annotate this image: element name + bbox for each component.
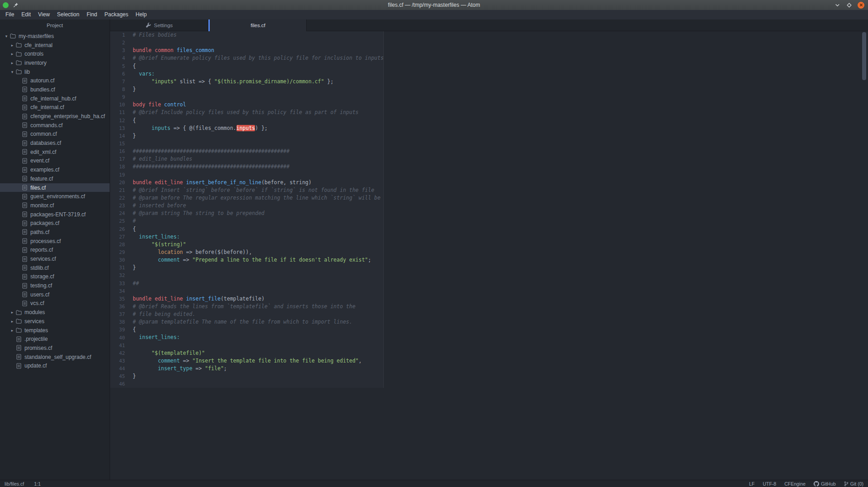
- line-number[interactable]: 8: [110, 86, 129, 92]
- menu-item-packages[interactable]: Packages: [101, 10, 132, 19]
- maximize-button[interactable]: [846, 2, 853, 9]
- code-line[interactable]: 10body file control: [110, 101, 383, 109]
- line-number[interactable]: 45: [110, 373, 129, 379]
- tree-item-users.cf[interactable]: users.cf: [0, 290, 110, 299]
- menu-item-help[interactable]: Help: [132, 10, 150, 19]
- tree-item-.projectile[interactable]: .projectile: [0, 334, 110, 344]
- code-line[interactable]: 1# Files bodies: [110, 31, 383, 39]
- tree-item-lib[interactable]: ▾lib: [0, 67, 110, 76]
- line-number[interactable]: 42: [110, 350, 129, 356]
- code-line[interactable]: 20bundle edit_line insert_before_if_no_l…: [110, 179, 383, 186]
- code-line[interactable]: 3bundle common files_common: [110, 47, 383, 54]
- line-number[interactable]: 16: [110, 148, 129, 154]
- code-line[interactable]: 30 comment => "Prepend a line to the fil…: [110, 256, 383, 264]
- tree-item-packages.cf[interactable]: packages.cf: [0, 219, 110, 228]
- editor[interactable]: 1# Files bodies23bundle common files_com…: [110, 31, 868, 480]
- line-number[interactable]: 10: [110, 102, 129, 108]
- line-number[interactable]: 30: [110, 257, 129, 263]
- line-number[interactable]: 9: [110, 94, 129, 100]
- code-line[interactable]: 15: [110, 140, 383, 148]
- line-number[interactable]: 39: [110, 327, 129, 333]
- code-line[interactable]: 34: [110, 287, 383, 295]
- chevron-right-icon[interactable]: ▸: [10, 43, 15, 48]
- code-line[interactable]: 40 insert_lines:: [110, 334, 383, 341]
- tree-item-modules[interactable]: ▸modules: [0, 308, 110, 317]
- chevron-right-icon[interactable]: ▸: [10, 310, 15, 315]
- line-number[interactable]: 29: [110, 249, 129, 255]
- line-number[interactable]: 12: [110, 118, 129, 124]
- menu-item-edit[interactable]: Edit: [18, 10, 34, 19]
- code-line[interactable]: 2: [110, 39, 383, 47]
- tree-item-bundles.cf[interactable]: bundles.cf: [0, 85, 110, 94]
- code-line[interactable]: 39{: [110, 326, 383, 334]
- line-number[interactable]: 27: [110, 234, 129, 240]
- code-line[interactable]: 5{: [110, 62, 383, 70]
- code-line[interactable]: 44 insert_type => "file";: [110, 365, 383, 372]
- line-number[interactable]: 11: [110, 110, 129, 115]
- tree-item-monitor.cf[interactable]: monitor.cf: [0, 201, 110, 210]
- code-line[interactable]: 32: [110, 272, 383, 279]
- line-number[interactable]: 3: [110, 48, 129, 53]
- tree-item-processes.cf[interactable]: processes.cf: [0, 237, 110, 246]
- chevron-right-icon[interactable]: ▸: [10, 319, 15, 324]
- code-line[interactable]: 11# @brief Include policy files used by …: [110, 109, 383, 116]
- tree-item-feature.cf[interactable]: feature.cf: [0, 174, 110, 183]
- code-line[interactable]: 29 location => before($(before)),: [110, 248, 383, 256]
- tree-item-edit_xml.cf[interactable]: edit_xml.cf: [0, 148, 110, 157]
- cursor-position[interactable]: 1:1: [34, 481, 41, 487]
- tree-item-standalone_self_upgrade.cf[interactable]: standalone_self_upgrade.cf: [0, 353, 110, 362]
- line-number[interactable]: 5: [110, 63, 129, 69]
- code-line[interactable]: 28 "$(string)": [110, 241, 383, 248]
- minimize-button[interactable]: [834, 2, 841, 9]
- line-number[interactable]: 26: [110, 226, 129, 232]
- git-indicator[interactable]: Git (0): [844, 481, 863, 487]
- line-number[interactable]: 44: [110, 366, 129, 372]
- code-line[interactable]: 17# edit_line bundles: [110, 155, 383, 163]
- line-number[interactable]: 23: [110, 203, 129, 209]
- code-line[interactable]: 38# @param templatefile The name of the …: [110, 318, 383, 326]
- code-line[interactable]: 35bundle edit_line insert_file(templatef…: [110, 295, 383, 303]
- line-number[interactable]: 41: [110, 343, 129, 349]
- code-line[interactable]: 26{: [110, 225, 383, 233]
- tree-item-services[interactable]: ▸services: [0, 317, 110, 326]
- line-number[interactable]: 13: [110, 125, 129, 131]
- code-line[interactable]: 25#: [110, 217, 383, 225]
- tree-item-guest_environments.cf[interactable]: guest_environments.cf: [0, 192, 110, 201]
- code-line[interactable]: 16######################################…: [110, 148, 383, 155]
- chevron-right-icon[interactable]: ▸: [10, 61, 15, 65]
- tree-item-cfe_internal[interactable]: ▸cfe_internal: [0, 41, 110, 50]
- tab-files-cf[interactable]: files.cf: [208, 19, 307, 31]
- code-line[interactable]: 14}: [110, 132, 383, 140]
- line-number[interactable]: 14: [110, 133, 129, 139]
- tree-item-templates[interactable]: ▸templates: [0, 326, 110, 335]
- line-number[interactable]: 31: [110, 265, 129, 271]
- menu-item-find[interactable]: Find: [83, 10, 101, 19]
- code-line[interactable]: 7 "inputs" slist => { "$(this.promise_di…: [110, 78, 383, 86]
- chevron-right-icon[interactable]: ▸: [10, 52, 15, 56]
- line-number[interactable]: 19: [110, 172, 129, 178]
- chevron-down-icon[interactable]: ▾: [10, 70, 15, 74]
- tree-item-my-masterfiles[interactable]: ▾my-masterfiles: [0, 32, 110, 41]
- close-button[interactable]: [858, 2, 864, 9]
- menu-item-view[interactable]: View: [34, 10, 53, 19]
- code-line[interactable]: 19: [110, 171, 383, 179]
- tree-item-vcs.cf[interactable]: vcs.cf: [0, 299, 110, 308]
- code-line[interactable]: 23# inserted before: [110, 202, 383, 210]
- line-number[interactable]: 20: [110, 180, 129, 186]
- tree-item-packages-ENT-3719.cf[interactable]: packages-ENT-3719.cf: [0, 210, 110, 219]
- line-number[interactable]: 7: [110, 79, 129, 85]
- code-line[interactable]: 45}: [110, 372, 383, 380]
- line-number[interactable]: 37: [110, 311, 129, 317]
- code-line[interactable]: 8}: [110, 86, 383, 93]
- encoding-indicator[interactable]: UTF-8: [763, 481, 776, 487]
- chevron-down-icon[interactable]: ▾: [4, 34, 9, 38]
- line-number[interactable]: 28: [110, 242, 129, 248]
- code-line[interactable]: 33##: [110, 280, 383, 287]
- code-line[interactable]: 24# @param string The string to be prepe…: [110, 210, 383, 217]
- code-line[interactable]: 46: [110, 380, 383, 388]
- line-number[interactable]: 35: [110, 296, 129, 302]
- code-line[interactable]: 4# @brief Enumerate policy files used by…: [110, 54, 383, 62]
- tree-item-testing.cf[interactable]: testing.cf: [0, 281, 110, 290]
- tree-item-paths.cf[interactable]: paths.cf: [0, 228, 110, 237]
- tree-item-files.cf[interactable]: files.cf: [0, 183, 110, 192]
